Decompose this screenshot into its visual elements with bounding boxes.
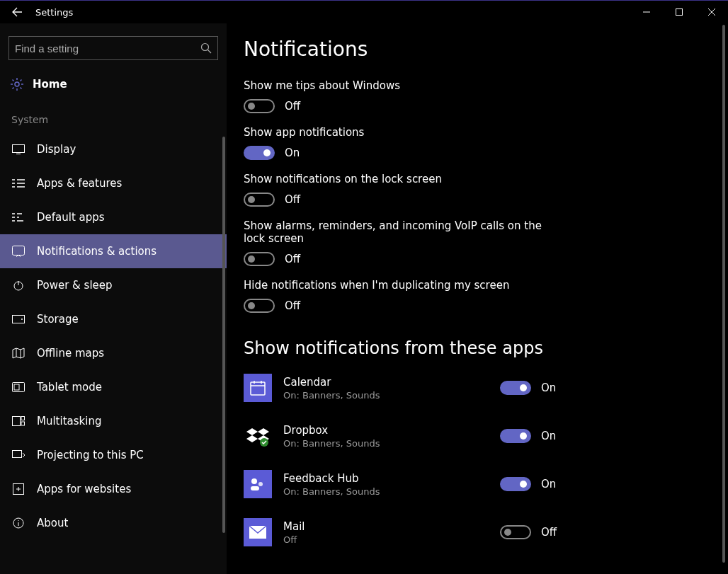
sidebar-item-about[interactable]: About bbox=[0, 506, 227, 540]
info-icon bbox=[11, 517, 25, 529]
mail-icon bbox=[244, 518, 272, 546]
svg-point-2 bbox=[15, 82, 19, 86]
toggle-alarms-lock[interactable] bbox=[244, 252, 275, 266]
nav-home-label: Home bbox=[33, 78, 67, 91]
setting-label: Show me tips about Windows bbox=[244, 79, 548, 92]
toggle-hide-duplicating[interactable] bbox=[244, 299, 275, 313]
feedback-hub-icon bbox=[244, 470, 272, 498]
svg-rect-16 bbox=[251, 382, 265, 395]
svg-rect-9 bbox=[14, 384, 19, 390]
app-sub: On: Banners, Sounds bbox=[283, 390, 489, 401]
toggle-state: Off bbox=[285, 253, 300, 265]
sidebar-item-label: Notifications & actions bbox=[37, 245, 157, 258]
sidebar-item-label: Display bbox=[37, 143, 76, 156]
toggle-app-dropbox[interactable] bbox=[500, 429, 531, 443]
tablet-icon bbox=[11, 382, 25, 392]
projecting-icon bbox=[11, 450, 25, 460]
app-item-mail[interactable]: Mail Off Off bbox=[244, 518, 700, 546]
svg-rect-12 bbox=[21, 422, 25, 425]
section-label: System bbox=[0, 100, 227, 132]
multitasking-icon bbox=[11, 416, 25, 426]
toggle-tips[interactable] bbox=[244, 99, 275, 113]
setting-label: Show alarms, reminders, and incoming VoI… bbox=[244, 219, 548, 245]
close-icon bbox=[708, 8, 715, 16]
sidebar-item-label: Power & sleep bbox=[37, 279, 113, 292]
sidebar-item-apps-features[interactable]: Apps & features bbox=[0, 166, 227, 200]
svg-point-1 bbox=[202, 44, 209, 51]
sidebar: Home System Display Apps & features Defa… bbox=[0, 23, 227, 574]
toggle-app-mail[interactable] bbox=[500, 525, 531, 539]
toggle-state: Off bbox=[285, 100, 300, 113]
svg-point-18 bbox=[251, 478, 257, 484]
toggle-app-notifications[interactable] bbox=[244, 146, 275, 160]
svg-rect-4 bbox=[13, 246, 25, 256]
nav-home[interactable]: Home bbox=[0, 69, 227, 100]
toggle-lock-screen[interactable] bbox=[244, 193, 275, 207]
power-icon bbox=[11, 280, 25, 291]
display-icon bbox=[11, 144, 25, 154]
svg-rect-0 bbox=[676, 9, 683, 16]
minimize-button[interactable] bbox=[630, 1, 663, 23]
gear-icon bbox=[10, 77, 24, 91]
app-sub: On: Banners, Sounds bbox=[283, 486, 489, 497]
notifications-icon bbox=[11, 246, 25, 257]
sidebar-scrollbar[interactable] bbox=[222, 137, 225, 533]
dropbox-icon bbox=[244, 422, 272, 450]
svg-rect-13 bbox=[13, 451, 22, 458]
sidebar-item-label: Apps & features bbox=[37, 177, 122, 190]
app-name: Dropbox bbox=[283, 424, 489, 437]
arrow-left-icon bbox=[11, 6, 23, 18]
sidebar-item-storage[interactable]: Storage bbox=[0, 302, 227, 336]
setting-label: Hide notifications when I'm duplicating … bbox=[244, 279, 548, 292]
app-item-feedback-hub[interactable]: Feedback Hub On: Banners, Sounds On bbox=[244, 470, 700, 498]
toggle-state: On bbox=[541, 478, 556, 490]
app-item-dropbox[interactable]: Dropbox On: Banners, Sounds On bbox=[244, 422, 700, 450]
sidebar-item-offline-maps[interactable]: Offline maps bbox=[0, 336, 227, 370]
sidebar-item-label: Offline maps bbox=[37, 347, 104, 360]
sidebar-item-label: Storage bbox=[37, 313, 79, 326]
app-item-calendar[interactable]: Calendar On: Banners, Sounds On bbox=[244, 374, 700, 402]
sidebar-item-apps-websites[interactable]: Apps for websites bbox=[0, 472, 227, 506]
toggle-state: On bbox=[541, 430, 556, 442]
back-button[interactable] bbox=[0, 1, 34, 23]
app-name: Calendar bbox=[283, 376, 489, 389]
search-box[interactable] bbox=[8, 36, 218, 60]
sidebar-item-projecting[interactable]: Projecting to this PC bbox=[0, 438, 227, 472]
sidebar-item-display[interactable]: Display bbox=[0, 132, 227, 166]
apps-features-icon bbox=[11, 178, 25, 188]
app-name: Mail bbox=[283, 520, 489, 533]
sidebar-item-power-sleep[interactable]: Power & sleep bbox=[0, 268, 227, 302]
toggle-app-calendar[interactable] bbox=[500, 381, 531, 395]
maximize-icon bbox=[676, 8, 683, 16]
app-sub: Off bbox=[283, 534, 489, 545]
minimize-icon bbox=[643, 8, 650, 16]
sidebar-item-default-apps[interactable]: Default apps bbox=[0, 200, 227, 234]
svg-rect-10 bbox=[13, 417, 21, 426]
toggle-state: On bbox=[285, 147, 300, 159]
setting-lock-screen: Show notifications on the lock screen Of… bbox=[244, 173, 700, 207]
search-input[interactable] bbox=[15, 42, 200, 54]
sidebar-item-label: Projecting to this PC bbox=[37, 449, 144, 461]
close-button[interactable] bbox=[695, 1, 728, 23]
calendar-icon bbox=[244, 374, 272, 402]
toggle-app-feedback-hub[interactable] bbox=[500, 477, 531, 491]
storage-icon bbox=[11, 315, 25, 323]
svg-rect-3 bbox=[13, 145, 25, 153]
setting-label: Show notifications on the lock screen bbox=[244, 173, 548, 185]
sidebar-item-notifications[interactable]: Notifications & actions bbox=[0, 234, 227, 268]
app-sub: On: Banners, Sounds bbox=[283, 438, 489, 449]
sidebar-item-tablet-mode[interactable]: Tablet mode bbox=[0, 370, 227, 404]
main-scrollbar[interactable] bbox=[722, 25, 725, 563]
sidebar-item-label: Tablet mode bbox=[37, 381, 102, 394]
sidebar-item-multitasking[interactable]: Multitasking bbox=[0, 404, 227, 438]
toggle-state: On bbox=[541, 381, 556, 394]
setting-hide-duplicating: Hide notifications when I'm duplicating … bbox=[244, 279, 700, 313]
svg-rect-11 bbox=[21, 417, 25, 420]
maximize-button[interactable] bbox=[663, 1, 695, 23]
sidebar-item-label: Default apps bbox=[37, 211, 105, 224]
default-apps-icon bbox=[11, 212, 25, 222]
title-bar: Settings bbox=[0, 1, 728, 23]
setting-alarms-lock: Show alarms, reminders, and incoming VoI… bbox=[244, 219, 700, 266]
toggle-state: Off bbox=[541, 526, 557, 539]
setting-app-notifications: Show app notifications On bbox=[244, 126, 700, 160]
